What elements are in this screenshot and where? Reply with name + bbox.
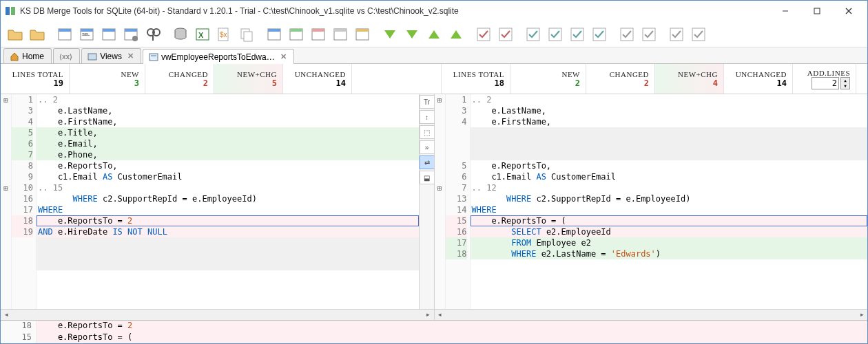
left-new-chg[interactable]: NEW+CHG5	[214, 64, 283, 94]
code-line[interactable]: FROM Employee e2	[471, 237, 868, 248]
compare-settings-icon[interactable]	[121, 24, 141, 45]
svg-rect-35	[356, 29, 369, 32]
code-line[interactable]: WHERE	[37, 204, 419, 215]
left-changed[interactable]: CHANGED2	[145, 64, 214, 94]
grid4-icon[interactable]	[330, 24, 351, 45]
check10-icon[interactable]	[688, 24, 709, 45]
check7-icon[interactable]	[617, 24, 637, 45]
code-line[interactable]: e.ReportsTo = (	[471, 215, 868, 226]
gutter-btn-4[interactable]: ⇄	[420, 155, 434, 169]
code-line[interactable]: e.LastName,	[37, 105, 419, 116]
check3-icon[interactable]	[523, 24, 544, 45]
export-script-icon[interactable]: $x	[214, 24, 235, 45]
code-line[interactable]	[471, 127, 868, 138]
code-line[interactable]: WHERE e2.LastName = 'Edwards')	[471, 248, 868, 259]
code-line[interactable]: e.FirstName,	[471, 116, 868, 127]
export-excel-icon[interactable]: X	[192, 24, 213, 45]
right-fold-column[interactable]: ⊞⊞	[435, 94, 446, 309]
code-line[interactable]: c1.Email AS CustomerEmail	[37, 171, 419, 182]
code-line[interactable]: e.FirstName,	[37, 116, 419, 127]
grid3-icon[interactable]	[308, 24, 329, 45]
svg-rect-37	[499, 28, 512, 41]
left-new[interactable]: NEW3	[70, 64, 145, 94]
tab-0[interactable]: Home	[3, 48, 52, 63]
gutter-btn-3[interactable]: »	[420, 140, 434, 154]
code-line[interactable]: e.Title,	[37, 127, 419, 138]
gutter-btn-1[interactable]: ↕	[420, 110, 434, 124]
gutter-btn-0[interactable]: Tr	[420, 95, 434, 109]
minimize-button[interactable]	[769, 1, 801, 21]
copy-icon[interactable]	[236, 24, 257, 45]
right-line-numbers: 134567131415161718	[446, 94, 471, 309]
svg-rect-43	[643, 28, 655, 41]
maximize-button[interactable]	[801, 1, 833, 21]
grid2-icon[interactable]	[286, 24, 307, 45]
code-line[interactable]: e.Email,	[37, 138, 419, 149]
right-new-chg[interactable]: NEW+CHG4	[655, 64, 724, 94]
code-line[interactable]: WHERE c2.SupportRepId = e.EmployeeId)	[37, 193, 419, 204]
check9-icon[interactable]	[666, 24, 687, 45]
code-line[interactable]: .. 2	[471, 94, 868, 105]
sync-down-icon[interactable]	[380, 24, 400, 45]
tab-3[interactable]: vwEmployeeReportsToEdwa… ✕	[143, 49, 294, 64]
svg-rect-39	[549, 28, 561, 41]
find-icon[interactable]	[143, 24, 163, 45]
check5-icon[interactable]	[567, 24, 588, 45]
right-unchanged[interactable]: UNCHANGED14	[724, 64, 793, 94]
grid1-icon[interactable]	[264, 24, 285, 45]
right-code[interactable]: .. 2 e.LastName, e.FirstName, e.ReportsT…	[471, 94, 868, 309]
sync-up-icon[interactable]	[424, 24, 444, 45]
tab-close-icon[interactable]: ✕	[280, 52, 287, 61]
code-line[interactable]	[37, 237, 419, 248]
left-fold-column[interactable]: ⊞⊞	[1, 94, 12, 309]
tab-icon	[87, 52, 97, 61]
code-line[interactable]	[471, 138, 868, 149]
code-line[interactable]: e.ReportsTo,	[471, 160, 868, 171]
code-line[interactable]: e.ReportsTo = 2	[37, 215, 419, 226]
code-line[interactable]: .. 2	[37, 94, 419, 105]
code-line[interactable]: e.Phone,	[37, 149, 419, 160]
right-new[interactable]: NEW2	[510, 64, 586, 94]
left-code[interactable]: .. 2 e.LastName, e.FirstName, e.Title, e…	[37, 94, 419, 309]
code-line[interactable]: e.LastName,	[471, 105, 868, 116]
compare-data-icon[interactable]	[99, 24, 119, 45]
code-line[interactable]: .. 12	[471, 182, 868, 193]
gutter-btn-2[interactable]: ⬚	[420, 125, 434, 139]
code-line[interactable]: .. 15	[37, 182, 419, 193]
code-line[interactable]: AND e.HireDate IS NOT NULL	[37, 226, 419, 237]
compare-summary-icon[interactable]	[54, 24, 75, 45]
code-line[interactable]	[471, 259, 868, 270]
sync-up2-icon[interactable]	[446, 24, 466, 45]
check2-icon[interactable]	[495, 24, 516, 45]
code-line[interactable]: SELECT e2.EmployeeId	[471, 226, 868, 237]
check4-icon[interactable]	[545, 24, 566, 45]
horizontal-scrollbar[interactable]: ◂▸ ◂▸	[1, 309, 867, 320]
tab-close-icon[interactable]: ✕	[127, 52, 134, 61]
check8-icon[interactable]	[639, 24, 659, 45]
sync-down2-icon[interactable]	[402, 24, 422, 45]
close-button[interactable]	[833, 1, 865, 21]
svg-rect-41	[593, 28, 606, 41]
open-db2-icon[interactable]	[27, 24, 48, 45]
code-line[interactable]: e.ReportsTo,	[37, 160, 419, 171]
add-lines-spinner[interactable]: ▲▼	[840, 77, 850, 89]
left-unchanged[interactable]: UNCHANGED14	[283, 64, 352, 94]
open-db1-icon[interactable]	[5, 24, 25, 45]
code-line[interactable]: WHERE	[471, 204, 868, 215]
code-line[interactable]: c1.Email AS CustomerEmail	[471, 171, 868, 182]
compare-select-icon[interactable]: SEL	[76, 24, 97, 45]
right-changed[interactable]: CHANGED2	[586, 64, 655, 94]
tab-2[interactable]: Views ✕	[81, 48, 141, 63]
grid5-icon[interactable]	[352, 24, 373, 45]
window-title: KS DB Merge Tools for SQLite (64-bit) - …	[20, 6, 769, 16]
check1-icon[interactable]	[473, 24, 494, 45]
tab-1[interactable]: ⟨xx⟩	[53, 48, 80, 63]
check6-icon[interactable]	[589, 24, 610, 45]
code-line[interactable]	[471, 149, 868, 160]
code-line[interactable]: WHERE c2.SupportRepId = e.EmployeeId)	[471, 193, 868, 204]
refresh-db-icon[interactable]	[170, 24, 191, 45]
code-line[interactable]	[37, 248, 419, 259]
gutter-btn-5[interactable]: ⬓	[420, 171, 434, 184]
code-line[interactable]	[37, 259, 419, 270]
add-lines-input[interactable]	[812, 77, 839, 89]
